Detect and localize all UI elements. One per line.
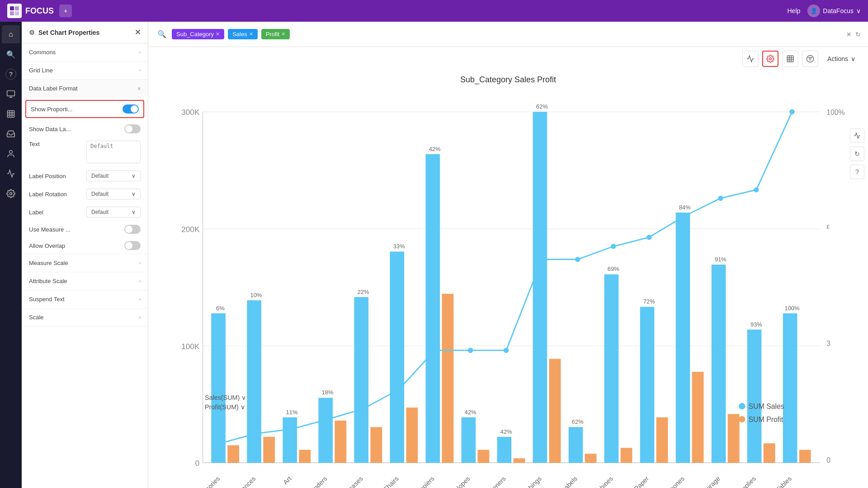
y-axis-200k: 200K (181, 225, 200, 234)
line-dot-accessories (218, 441, 223, 445)
sidebar-item-person[interactable] (2, 145, 20, 163)
label-labels: 62% (572, 418, 584, 425)
chip-sales-close[interactable]: ✕ (249, 31, 253, 37)
sidebar-item-table[interactable] (2, 105, 20, 123)
x-label-labels: Labels (560, 475, 579, 488)
x-label-fasteners: Fasteners (481, 475, 507, 488)
show-proportion-toggle[interactable] (123, 104, 139, 114)
line-dot-labels (575, 257, 580, 262)
x-label-bookcases: Bookcases (337, 475, 364, 488)
svg-rect-3 (15, 11, 19, 15)
bar-profit-bookcases (370, 427, 382, 463)
gridline-section-header[interactable]: Grid Line › (22, 62, 148, 79)
x-label-machines: Machines (590, 475, 614, 488)
scale-section: Scale › (22, 308, 148, 327)
measure-scale-section: Measure Scale › (22, 254, 148, 272)
svg-rect-15 (787, 56, 793, 62)
y-right-60: ε (826, 223, 830, 230)
suspend-text-label: Suspend Text (29, 296, 65, 303)
legend-label-profit: SUM Profit (749, 416, 783, 423)
label-rotation-value: Default (91, 191, 108, 197)
new-tab-button[interactable]: + (59, 5, 72, 17)
line-dot-art (289, 426, 294, 431)
line-dot-copiers (432, 348, 437, 353)
user-menu[interactable]: 👤 DataFocus ∨ (807, 5, 861, 17)
text-input[interactable] (86, 141, 141, 163)
x-label-binders: Binders (308, 475, 329, 488)
bar-profit-supplies (764, 443, 775, 463)
table-view-button[interactable] (782, 51, 798, 67)
bar-profit-envelopes (477, 450, 489, 463)
attribute-scale-chevron-icon: › (139, 279, 141, 284)
bar-profit-binders (335, 421, 346, 463)
commons-section-header[interactable]: Commons › (22, 43, 148, 61)
sales-axis-selector[interactable]: Sales(SUM) ∨ (205, 394, 246, 401)
label-position-row: Label Position Default ∨ (22, 167, 148, 185)
line-dot-furnishings (539, 257, 544, 262)
search-refresh-button[interactable]: ↻ (855, 31, 861, 38)
svg-rect-0 (10, 6, 14, 10)
show-proportion-row: Show Proporti... (25, 100, 144, 118)
label-art: 11% (286, 409, 298, 416)
allow-overlap-label: Allow Overlap (29, 242, 124, 249)
chip-sub-category[interactable]: Sub_Category ✕ (172, 29, 224, 39)
sidebar-item-analytics[interactable] (2, 165, 20, 183)
line-dot-tables (789, 109, 794, 114)
sidebar-item-inbox[interactable] (2, 125, 20, 143)
measure-scale-label: Measure Scale (29, 260, 68, 266)
bar-sales-appliances (247, 300, 261, 463)
bar-profit-art (299, 450, 311, 463)
actions-menu-button[interactable]: Actions ∨ (822, 52, 861, 65)
app-logo[interactable]: FOCUS (7, 4, 54, 18)
panel-close-button[interactable]: ✕ (135, 28, 141, 37)
attribute-scale-header[interactable]: Attribute Scale › (22, 272, 148, 290)
label-rotation-select[interactable]: Default ∨ (86, 189, 141, 199)
allow-overlap-toggle[interactable] (124, 241, 141, 250)
sidebar-item-settings[interactable] (2, 185, 20, 203)
panel-header: ⚙ Set Chart Properties ✕ (22, 22, 148, 43)
svg-rect-1 (15, 6, 19, 10)
sidebar-item-monitor[interactable] (2, 85, 20, 103)
label-position-select[interactable]: Default ∨ (86, 171, 141, 181)
help-button[interactable]: Help (788, 7, 801, 14)
label-tables: 100% (784, 305, 800, 312)
use-measure-label: Use Measure ... (29, 226, 124, 233)
profit-axis-selector[interactable]: Profit(SUM) ∨ (205, 403, 245, 411)
filter-button[interactable] (802, 51, 818, 67)
search-clear-button[interactable]: ✕ (846, 31, 852, 38)
y-right-100: 100% (826, 109, 844, 116)
bar-profit-tables (799, 450, 811, 463)
y-axis-0: 0 (195, 459, 200, 468)
svg-point-13 (10, 193, 12, 195)
settings-button[interactable] (762, 51, 778, 67)
sidebar-item-home[interactable]: ⌂ (2, 25, 20, 43)
chip-sales[interactable]: Sales ✕ (228, 29, 258, 39)
scale-header[interactable]: Scale › (22, 308, 148, 326)
chart-view-button[interactable] (742, 51, 759, 67)
show-data-label-toggle[interactable] (124, 124, 141, 133)
measure-scale-header[interactable]: Measure Scale › (22, 254, 148, 272)
line-dot-appliances (254, 431, 259, 436)
line-dot-bookcases (361, 406, 366, 411)
bar-sales-machines (604, 275, 619, 463)
label-paper: 72% (643, 298, 655, 305)
sidebar-item-help[interactable]: ? (5, 69, 16, 80)
suspend-text-chevron-icon: › (139, 297, 141, 302)
suspend-text-header[interactable]: Suspend Text › (22, 290, 148, 308)
chip-profit-close[interactable]: ✕ (281, 31, 285, 37)
label-select[interactable]: Default ∨ (86, 207, 141, 218)
chip-profit[interactable]: Profit ✕ (261, 29, 290, 39)
use-measure-toggle[interactable] (124, 225, 141, 234)
chart-title: Sub_Category Sales Profit (157, 75, 859, 85)
attribute-scale-label: Attribute Scale (29, 278, 67, 284)
data-label-section-header[interactable]: Data Label Format ∨ (22, 80, 148, 97)
bar-profit-fasteners (513, 458, 525, 463)
chip-sub-category-close[interactable]: ✕ (216, 31, 220, 37)
search-icon[interactable]: 🔍 (156, 28, 168, 40)
x-label-appliances: Appliances (230, 475, 257, 488)
y-right-0: 0 (826, 456, 830, 464)
sidebar-item-search[interactable]: 🔍 (2, 45, 20, 63)
label-rotation-label: Label Rotation (29, 191, 86, 198)
label-chairs: 33% (393, 243, 405, 250)
x-label-furnishings: Furnishings (514, 475, 543, 488)
